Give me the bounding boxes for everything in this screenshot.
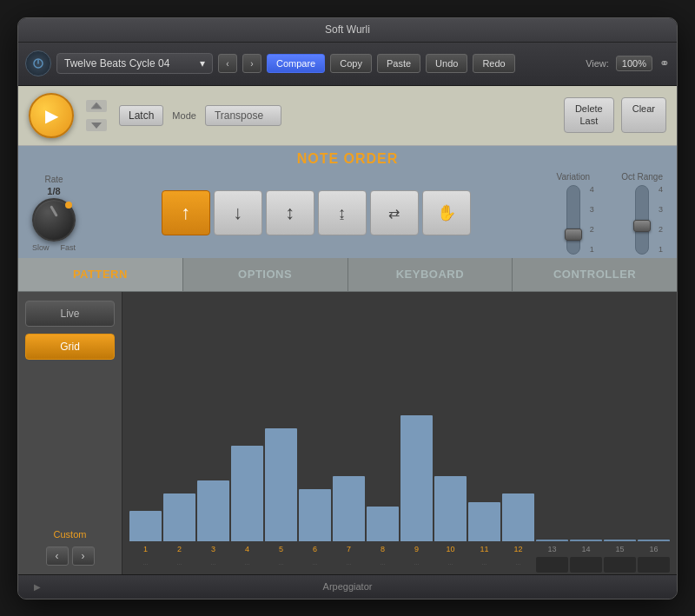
bar-group[interactable] [502,493,534,541]
dir-btn-inward[interactable]: ↨ [318,190,367,235]
dir-btn-hand[interactable]: ✋ [422,190,471,235]
bottom-cell[interactable]: ··· [129,557,162,573]
bar[interactable] [231,446,263,541]
dir-btn-down[interactable]: ↓ [214,190,262,235]
bottom-cell[interactable]: ··· [265,557,297,573]
variation-thumb[interactable] [565,229,582,241]
bottom-cell[interactable]: ··· [333,557,365,573]
bar[interactable] [638,540,670,541]
bar-label: 2 [163,545,195,553]
bar-group[interactable] [231,446,263,541]
bottom-cell[interactable]: ··· [468,557,500,573]
bar[interactable] [333,476,365,541]
bar[interactable] [367,507,399,541]
preset-dropdown[interactable]: Twelve Beats Cycle 04 ▾ [56,53,213,74]
undo-button[interactable]: Undo [426,54,467,73]
oct-range-slider[interactable] [635,185,649,255]
power-button[interactable] [25,50,51,76]
bar-group[interactable] [638,540,670,541]
arrow-down-icon [84,117,109,133]
bottom-cell[interactable]: ··· [197,557,229,573]
bar-label: 13 [536,545,568,553]
bar-label: 1 [129,545,162,553]
dir-btn-up[interactable]: ↑ [162,190,210,235]
bar[interactable] [502,493,534,541]
page-nav: ‹ › [25,546,115,566]
copy-button[interactable]: Copy [330,54,372,73]
bar[interactable] [434,476,467,541]
bar-group[interactable] [536,540,568,541]
bottom-cell[interactable] [570,557,602,573]
arrows-group [84,98,109,133]
bar[interactable] [570,540,602,541]
tabs: PATTERN OPTIONS KEYBOARD CONTROLLER [18,258,677,292]
tab-options[interactable]: OPTIONS [183,258,348,291]
prev-preset-button[interactable]: ‹ [218,54,237,73]
chart-area: 12345678910111213141516 ················… [122,292,677,574]
clear-button[interactable]: Clear [621,97,666,132]
next-page-button[interactable]: › [72,546,95,566]
bar-group[interactable] [434,476,467,541]
paste-button[interactable]: Paste [377,54,420,73]
oct-range-slider-group: Oct Range 4321 [621,172,663,255]
link-icon[interactable]: ⚭ [659,56,670,70]
bar-group[interactable] [604,540,636,541]
bar-group[interactable] [163,493,195,541]
bar[interactable] [265,428,297,541]
bottom-cell[interactable]: ··· [231,557,263,573]
bottom-bar: ▶ Arpeggiator [18,574,677,599]
tab-pattern[interactable]: PATTERN [18,258,183,291]
knob-dot [65,202,72,209]
mode-label: Mode [172,110,196,121]
redo-button[interactable]: Redo [473,54,514,73]
bottom-cell[interactable]: ··· [299,557,331,573]
bar[interactable] [163,493,195,541]
bar-group[interactable] [400,415,433,541]
bar-label: 3 [197,545,229,553]
view-value[interactable]: 100% [616,56,652,71]
bar[interactable] [299,489,331,541]
bottom-cell[interactable]: ··· [400,557,433,573]
play-button[interactable]: ▶ [29,93,74,138]
bar-group[interactable] [367,507,399,541]
mode-dropdown[interactable]: Transpose [205,105,281,126]
bar-label: 12 [502,545,534,553]
bar-group[interactable] [197,480,229,541]
compare-button[interactable]: Compare [267,54,325,73]
latch-button[interactable]: Latch [119,105,163,126]
live-mode-button[interactable]: Live [25,301,115,327]
bar-group[interactable] [299,489,331,541]
bar-group[interactable] [570,540,602,541]
bar[interactable] [197,480,229,541]
bar-group[interactable] [129,511,162,541]
rate-knob[interactable] [32,198,76,242]
bar[interactable] [400,415,433,541]
bottom-cell[interactable] [638,557,670,573]
bottom-cell[interactable]: ··· [367,557,399,573]
bottom-cell[interactable] [604,557,636,573]
bottom-cell[interactable] [536,557,568,573]
dir-btn-random[interactable]: ⇄ [370,190,419,235]
bar-group[interactable] [265,428,297,541]
rate-value: 1/8 [47,186,60,196]
bottom-cell[interactable]: ··· [502,557,534,573]
bar[interactable] [604,540,636,541]
variation-slider[interactable] [566,185,580,255]
grid-mode-button[interactable]: Grid [25,334,115,360]
tab-controller[interactable]: CONTROLLER [513,258,677,291]
tab-keyboard[interactable]: KEYBOARD [348,258,513,291]
delete-last-button[interactable]: DeleteLast [564,97,614,132]
rate-label: Rate [44,175,63,184]
bar-group[interactable] [333,476,365,541]
dir-btn-updown[interactable]: ↕ [266,190,314,235]
oct-range-thumb[interactable] [633,220,651,232]
bottom-cell[interactable]: ··· [434,557,467,573]
bar[interactable] [468,502,500,541]
next-preset-button[interactable]: › [242,54,261,73]
main-window: Soft Wurli Twelve Beats Cycle 04 ▾ ‹ › C… [17,17,678,599]
bottom-cell[interactable]: ··· [163,557,195,573]
prev-page-button[interactable]: ‹ [46,546,69,566]
bar[interactable] [536,540,568,541]
bar[interactable] [129,511,162,541]
bar-group[interactable] [468,502,500,541]
